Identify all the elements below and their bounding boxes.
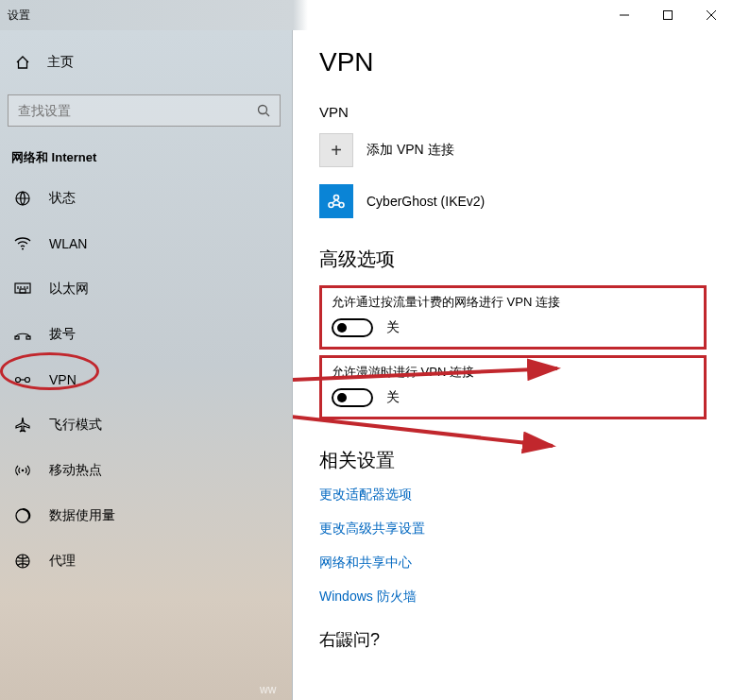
svg-rect-1 [664,11,673,20]
sidebar-item-ethernet[interactable]: 以太网 [0,266,292,312]
svg-line-5 [266,113,270,117]
svg-point-4 [259,106,267,114]
toggle-roaming-state: 关 [386,389,400,406]
toggle-roaming[interactable] [332,388,373,407]
related-links: 更改适配器选项 更改高级共享设置 网络和共享中心 Windows 防火墙 [319,487,707,606]
proxy-icon [13,552,32,571]
link-network-center[interactable]: 网络和共享中心 [319,555,707,572]
watermark: ww [260,683,276,696]
sidebar-item-vpn[interactable]: VPN [0,357,292,402]
search-input[interactable] [9,103,247,118]
home-icon [13,53,32,72]
vpn-connection-item[interactable]: CyberGhost (IKEv2) [319,184,707,218]
link-sharing-settings[interactable]: 更改高级共享设置 [319,521,707,538]
svg-rect-15 [26,336,30,339]
close-button[interactable] [690,0,733,30]
add-vpn-button[interactable]: + 添加 VPN 连接 [319,133,707,167]
hotspot-icon [13,461,32,480]
home-label: 主页 [47,54,74,71]
svg-point-19 [22,470,25,472]
sidebar-item-label: 以太网 [49,281,89,298]
svg-point-17 [26,378,30,383]
sidebar-item-status[interactable]: 状态 [0,176,292,221]
cutoff-text: 右鼹问? [319,628,707,651]
vpn-subhead: VPN [319,104,707,120]
link-adapter-options[interactable]: 更改适配器选项 [319,487,707,504]
sidebar-item-label: 状态 [49,190,76,207]
plus-icon: + [319,133,353,167]
toggle-metered-state: 关 [386,319,400,336]
vpn-connection-label: CyberGhost (IKEv2) [366,194,485,209]
svg-point-22 [334,196,339,200]
home-nav[interactable]: 主页 [0,42,292,83]
ethernet-icon [13,280,32,299]
sidebar-item-airplane[interactable]: 飞行模式 [0,402,292,448]
sidebar-item-label: 飞行模式 [49,417,102,434]
titlebar: 设置 [0,0,733,30]
sidebar-item-proxy[interactable]: 代理 [0,538,292,584]
sidebar-item-label: VPN [49,372,77,387]
sidebar-item-label: 拨号 [49,326,76,343]
toggle-roaming-block: 允许漫游时进行 VPN 连接 关 [319,355,707,419]
search-icon [247,104,280,117]
toggle-roaming-label: 允许漫游时进行 VPN 连接 [332,364,694,381]
vpn-provider-icon [319,184,353,218]
toggle-metered-block: 允许通过按流量计费的网络进行 VPN 连接 关 [319,285,707,350]
data-usage-icon [13,506,32,525]
window-title: 设置 [0,8,30,24]
svg-point-7 [22,248,24,250]
sidebar-item-label: 移动热点 [49,462,102,479]
sidebar-item-label: WLAN [49,236,87,251]
search-input-wrap[interactable] [8,94,281,127]
svg-rect-8 [15,283,30,293]
wifi-icon [13,234,32,253]
maximize-button[interactable] [646,0,690,30]
svg-rect-9 [20,289,26,293]
minimize-button[interactable] [603,0,646,30]
related-settings-heading: 相关设置 [319,448,707,473]
dialup-icon [13,325,32,344]
sidebar-item-datausage[interactable]: 数据使用量 [0,493,292,538]
sidebar-item-hotspot[interactable]: 移动热点 [0,448,292,493]
svg-line-25 [332,200,336,204]
toggle-metered-label: 允许通过按流量计费的网络进行 VPN 连接 [332,294,694,311]
sidebar: 主页 网络和 Internet 状态 WLAN [0,30,293,700]
status-icon [13,189,32,208]
link-firewall[interactable]: Windows 防火墙 [319,589,707,606]
airplane-icon [13,416,32,435]
svg-rect-14 [15,336,19,339]
svg-line-26 [336,200,340,204]
toggle-metered[interactable] [332,318,373,337]
add-vpn-label: 添加 VPN 连接 [366,142,454,159]
svg-point-16 [16,378,21,383]
advanced-options-heading: 高级选项 [319,247,707,272]
sidebar-item-wlan[interactable]: WLAN [0,221,292,266]
sidebar-item-dialup[interactable]: 拨号 [0,312,292,357]
vpn-icon [13,370,32,389]
main-panel: VPN VPN + 添加 VPN 连接 CyberGhost (IKEv2) 高… [293,30,733,700]
sidebar-item-label: 代理 [49,553,76,570]
page-title: VPN [319,47,707,77]
sidebar-item-label: 数据使用量 [49,507,115,524]
sidebar-section-title: 网络和 Internet [0,142,292,176]
